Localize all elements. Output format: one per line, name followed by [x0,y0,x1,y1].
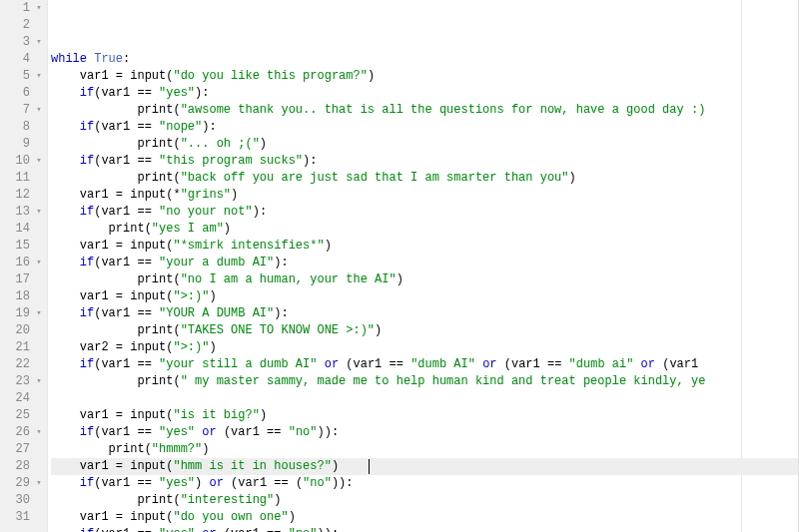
code-line[interactable]: if(var1 == "this program sucks"): [51,153,799,170]
token-paren: ( [173,374,180,388]
token-paren: ) [209,340,216,354]
code-line[interactable]: print(" my master sammy, made me to help… [51,373,799,390]
token-str: "dumb ai" [569,357,634,371]
token-kw: if [80,357,94,371]
code-area[interactable]: while True: var1 = input("do you like th… [48,0,799,532]
token-paren: ) [368,69,375,83]
token-paren: ( [173,493,180,507]
token-ident: var1 [80,289,109,303]
fold-toggle-icon[interactable]: ▾ [33,0,45,17]
line-number: 27 [5,441,33,458]
token-str: "TAKES ONE TO KNOW ONE >:)" [181,323,375,337]
token-op: == [130,86,159,100]
token-paren: )) [318,425,332,439]
token-str: "do you own one" [173,510,288,524]
token-op: == [130,120,159,134]
token-ident: var1 [669,357,698,371]
code-line[interactable]: if(var1 == "yes" or (var1 == "no")): [51,526,799,532]
token-str: "YOUR A DUMB AI" [159,306,274,320]
token-paren: ) [202,442,209,456]
token-const: True [94,52,123,66]
code-line[interactable]: if(var1 == "yes" or (var1 == "no")): [51,424,799,441]
fold-toggle-icon[interactable]: ▾ [33,153,45,170]
line-number: 1 [5,0,33,17]
token-op: == [130,476,159,490]
token-str: "hmm is it in houses?" [173,459,331,473]
token-ident: var1 [101,425,130,439]
token-op: == [382,357,410,371]
code-line[interactable]: print("... oh ;(") [51,136,799,153]
line-number: 11 [5,170,33,187]
token-ident: input [130,69,166,83]
code-line[interactable]: var1 = input("do you like this program?"… [51,68,799,85]
token-kw: while [51,52,87,66]
line-number: 22 [5,356,33,373]
code-line[interactable]: if(var1 == "nope"): [51,119,799,136]
code-line[interactable]: if(var1 == "YOUR A DUMB AI"): [51,305,799,322]
fold-toggle-icon[interactable]: ▾ [33,102,45,119]
code-line[interactable]: var1 = input(">:)") [51,288,799,305]
code-line[interactable]: if(var1 == "yes"): [51,85,799,102]
token-op: : [281,306,288,320]
token-op: = [109,239,131,253]
gutter-row: 26▾ [0,424,47,441]
token-op: : [346,476,353,490]
token-paren: ) [375,323,382,337]
line-number: 9 [5,136,33,153]
gutter-row: 7▾ [0,102,47,119]
code-line[interactable]: print("hmmm?") [51,441,799,458]
code-line[interactable]: var1 = input("is it big?") [51,407,799,424]
code-line[interactable]: while True: [51,51,799,68]
code-line[interactable]: print("awsome thank you.. that is all th… [51,102,799,119]
fold-toggle-icon[interactable]: ▾ [33,305,45,322]
line-number: 2 [5,17,33,34]
token-ident: var2 [80,340,109,354]
line-number: 4 [5,51,33,68]
code-line[interactable]: if(var1 == "your still a dumb AI" or (va… [51,356,799,373]
fold-toggle-icon[interactable]: ▾ [33,204,45,221]
token-ident: var1 [101,154,130,168]
gutter-row: 24 [0,390,47,407]
code-line[interactable]: var1 = input("hmm is it in houses?") [51,458,799,475]
token-paren: ( [145,222,152,236]
token-str: "no I am a human, your the AI" [181,272,397,286]
fold-toggle-icon[interactable]: ▾ [33,475,45,492]
code-line[interactable]: if(var1 == "your a dumb AI"): [51,255,799,271]
code-line[interactable]: var1 = input("*smirk intensifies*") [51,238,799,255]
line-number: 29 [5,475,33,492]
code-line[interactable]: if(var1 == "yes") or (var1 == ("no")): [51,475,799,492]
token-op: == [130,306,159,320]
token-ident: var1 [511,357,540,371]
code-editor[interactable]: 1▾23▾45▾67▾8910▾111213▾141516▾171819▾202… [0,0,799,532]
code-line[interactable]: print("back off you are just sad that I … [51,170,799,187]
code-line[interactable]: print("no I am a human, your the AI") [51,271,799,288]
token-kw: or [325,357,339,371]
code-line[interactable] [51,390,799,407]
code-line[interactable]: print("interesting") [51,492,799,509]
text-cursor [369,459,370,474]
token-kw: or [209,476,223,490]
line-number: 31 [5,509,33,526]
fold-toggle-icon[interactable]: ▾ [33,68,45,85]
token-str: "no" [303,476,332,490]
gutter: 1▾23▾45▾67▾8910▾111213▾141516▾171819▾202… [0,0,48,532]
fold-toggle-icon[interactable]: ▾ [33,373,45,390]
fold-toggle-icon[interactable]: ▾ [33,424,45,441]
code-line[interactable]: print("TAKES ONE TO KNOW ONE >:)") [51,322,799,339]
gutter-row: 27 [0,441,47,458]
code-line[interactable]: var2 = input(">:)") [51,339,799,356]
token-op: : [123,52,130,66]
code-line[interactable]: if(var1 == "no your not"): [51,204,799,221]
code-line[interactable]: var1 = input(*"grins") [51,187,799,204]
token-ident: var1 [80,69,109,83]
token-str: "your a dumb AI" [159,256,274,269]
fold-toggle-icon[interactable]: ▾ [33,34,45,51]
code-line[interactable]: var1 = input("do you own one") [51,509,799,526]
token-ident: var1 [231,527,260,532]
fold-toggle-icon[interactable]: ▾ [33,255,45,271]
token-op: : [310,154,317,168]
token-op: == [130,357,159,371]
token-op: == [130,527,159,532]
code-line[interactable]: print("yes I am") [51,221,799,238]
token-str: "this program sucks" [159,154,303,168]
